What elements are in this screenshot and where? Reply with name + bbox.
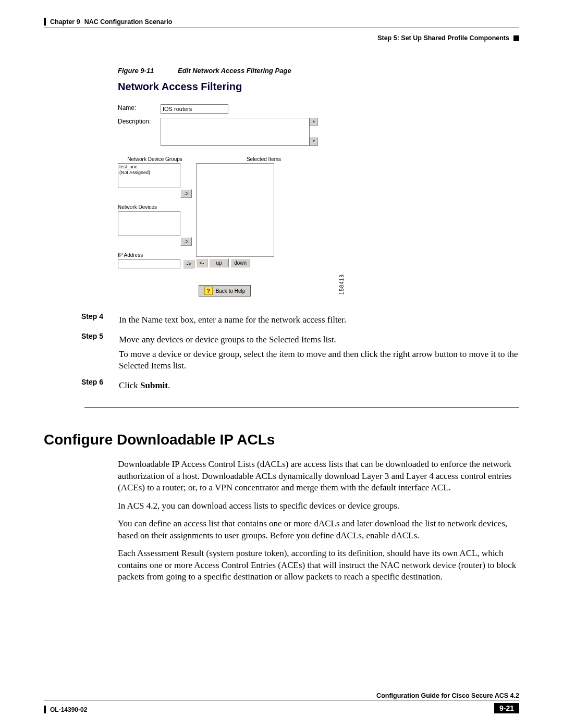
help-icon: ?: [204, 287, 213, 295]
figure-title: Edit Network Access Filtering Page: [178, 67, 291, 75]
step6-bold: Submit: [140, 380, 168, 390]
description-label: Description:: [118, 118, 161, 125]
name-input[interactable]: [161, 104, 228, 114]
ui-heading: Network Access Filtering: [118, 81, 332, 93]
ndg-column-label: Network Device Groups: [118, 156, 192, 162]
header-rule: [44, 28, 519, 28]
section-para-3: You can define an access list that conta…: [118, 518, 519, 541]
chapter-number: Chapter 9: [50, 18, 80, 26]
move-right-button[interactable]: ->: [183, 260, 194, 268]
selected-items-listbox[interactable]: [196, 163, 274, 257]
section-para-4: Each Assessment Result (system posture t…: [118, 548, 519, 583]
section-para-2: In ACS 4.2, you can download access list…: [118, 500, 519, 512]
nd-listbox[interactable]: [118, 211, 180, 236]
footer-bar-icon: [44, 706, 46, 713]
section-rule: [84, 407, 519, 408]
step6-label: Step 6: [81, 378, 119, 394]
section-para-1: Downloadable IP Access Control Lists (dA…: [118, 459, 519, 493]
header-bar-icon: [44, 18, 46, 26]
chapter-title: NAC Configuration Scenario: [84, 18, 173, 26]
ndg-listbox[interactable]: test_one (Not Assigned): [118, 163, 180, 188]
move-up-button[interactable]: up: [209, 258, 229, 267]
scroll-down-icon[interactable]: ▼: [310, 138, 318, 146]
image-id-label: 158419: [339, 274, 345, 294]
scroll-up-icon[interactable]: ▲: [310, 118, 318, 126]
figure-number: Figure 9-11: [118, 67, 154, 75]
selected-column-label: Selected Items: [196, 156, 332, 162]
footer-doc-number: OL-14390-02: [50, 706, 87, 713]
name-label: Name:: [118, 104, 161, 112]
move-right-button[interactable]: ->: [180, 237, 192, 246]
header-step-label: Step 5: Set Up Shared Profile Components: [377, 34, 509, 42]
ip-address-input[interactable]: [118, 259, 180, 268]
section-heading: Configure Downloadable IP ACLs: [44, 431, 519, 448]
description-textarea[interactable]: [161, 118, 310, 146]
step6-pre: Click: [119, 380, 140, 390]
footer-rule: [44, 700, 519, 700]
ip-column-label: IP Address: [118, 252, 192, 258]
back-to-help-label: Back to Help: [216, 288, 246, 294]
header-square-icon: [513, 35, 519, 41]
move-left-button[interactable]: <-: [196, 258, 207, 267]
back-to-help-button[interactable]: ? Back to Help: [199, 285, 251, 297]
list-item[interactable]: (Not Assigned): [119, 170, 179, 176]
move-right-button[interactable]: ->: [180, 189, 192, 198]
step5-text-1: Move any devices or device groups to the…: [119, 334, 519, 346]
footer-doc-title: Configuration Guide for Cisco Secure ACS…: [376, 692, 519, 699]
textarea-scrollbar[interactable]: ▲ ▼: [310, 118, 318, 146]
naf-ui-panel: Network Access Filtering Name: Descripti…: [118, 80, 332, 297]
step6-post: .: [168, 380, 170, 390]
step5-label: Step 5: [81, 332, 119, 375]
nd-column-label: Network Devices: [118, 204, 192, 210]
list-item[interactable]: test_one: [119, 164, 179, 170]
move-down-button[interactable]: down: [230, 258, 250, 267]
step4-label: Step 4: [81, 312, 119, 329]
step6-text: Click Submit.: [119, 380, 519, 391]
step4-text: In the Name text box, enter a name for t…: [119, 314, 519, 326]
page-number: 9-21: [494, 703, 519, 713]
step5-text-2: To move a device or device group, select…: [119, 349, 519, 372]
